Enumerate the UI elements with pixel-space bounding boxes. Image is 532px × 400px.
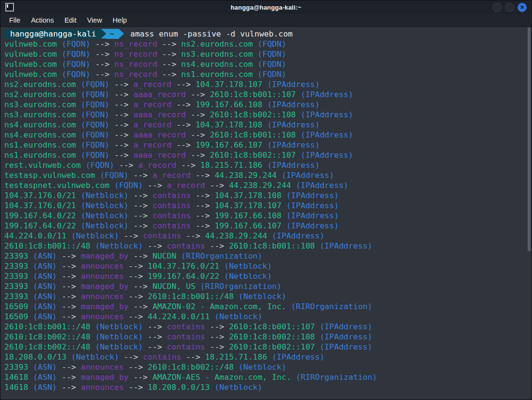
node-target-type: (RIROrganization) — [286, 302, 372, 311]
output-line: 199.167.64.0/22 (Netblock) --> contains … — [4, 211, 532, 221]
node-target: 44.238.29.244 — [215, 171, 277, 180]
arrow-icon: --> — [128, 282, 152, 291]
maximize-button[interactable] — [505, 3, 514, 12]
scrollbar-track[interactable] — [527, 27, 531, 400]
arrow-icon: --> — [119, 161, 138, 170]
arrow-icon: --> — [186, 110, 210, 119]
terminal-app-icon — [5, 3, 14, 12]
relation-label: announces — [81, 362, 124, 372]
output-line: vulnweb.com (FQDN) --> ns_record --> ns2… — [4, 39, 532, 49]
node-source: 2610:1c8:b001::/48 — [4, 322, 90, 331]
output-line: 2610:1c8:b002::/48 (Netblock) --> contai… — [4, 342, 532, 352]
output-line: 2610:1c8:b001::/48 (Netblock) --> contai… — [4, 322, 532, 332]
arrow-icon: --> — [157, 39, 181, 49]
relation-label: a_record — [152, 171, 190, 180]
node-target-type: (IPAddress) — [281, 191, 339, 200]
minimize-button[interactable] — [493, 3, 502, 12]
node-source-type: (Netblock) — [76, 211, 133, 220]
arrow-icon: --> — [62, 302, 81, 311]
menu-help[interactable]: Help — [107, 15, 132, 25]
arrow-icon: --> — [124, 272, 148, 281]
relation-label: a_record — [133, 120, 171, 129]
node-target: AMAZON-02 - Amazon.com, Inc. — [152, 302, 286, 311]
arrow-icon: --> — [177, 161, 201, 170]
window-controls: ✕ — [493, 3, 527, 12]
node-target-type: (IPAddress) — [281, 211, 339, 220]
node-source: 2610:1c8:b001::/48 — [4, 241, 90, 250]
relation-label: contains — [152, 211, 190, 220]
arrow-icon: --> — [205, 322, 229, 331]
arrow-icon: --> — [124, 292, 148, 301]
node-target: 2610:1c8:b002::107 — [229, 342, 315, 351]
node-target-type: (IPAddress) — [315, 332, 372, 341]
output-line: 199.167.64.0/22 (Netblock) --> contains … — [4, 221, 532, 231]
node-source-type: (FQDN) — [57, 60, 95, 69]
output-line: vulnweb.com (FQDN) --> ns_record --> ns4… — [4, 59, 532, 69]
menu-view[interactable]: View — [82, 15, 107, 25]
arrow-icon: --> — [95, 39, 114, 49]
node-target-type: (RIROrganization) — [177, 251, 263, 261]
terminal-window: hangga@hangga-kali:~ ✕ File Actions Edit… — [0, 0, 532, 400]
node-target-type: (FQDN) — [253, 60, 287, 69]
output-line: vulnweb.com (FQDN) --> ns_record --> ns3… — [4, 49, 532, 59]
output-line: 23393 (ASN) --> managed_by --> NUCDN, US… — [4, 281, 532, 291]
node-target-type: (Netblock) — [234, 292, 286, 301]
arrow-icon: --> — [128, 373, 152, 382]
node-source-type: (FQDN) — [57, 50, 95, 59]
arrow-icon: --> — [128, 302, 152, 311]
terminal-cursor-glyph — [7, 4, 8, 8]
node-source-type: (FQDN) — [110, 181, 148, 190]
node-target: 104.37.178.107 — [215, 201, 281, 210]
output-line: 14618 (ASN) --> announces --> 18.208.0.0… — [4, 382, 532, 392]
output-line: ns2.eurodns.com (FQDN) --> a_record --> … — [4, 79, 532, 89]
menu-actions[interactable]: Actions — [25, 15, 59, 25]
output-line: testasp.vulnweb.com (FQDN) --> a_record … — [4, 170, 532, 180]
node-target: 44.224.0.0/11 — [148, 312, 210, 321]
menu-file[interactable]: File — [4, 15, 25, 25]
node-source: 14618 — [4, 383, 28, 392]
menu-edit[interactable]: Edit — [59, 15, 82, 25]
relation-label: managed_by — [81, 302, 128, 311]
node-source-type: (ASN) — [28, 282, 62, 291]
node-target: 2610:1c8:b001::108 — [229, 241, 315, 250]
output-line: 23393 (ASN) --> announces --> 104.37.176… — [4, 261, 532, 271]
relation-label: announces — [81, 272, 124, 281]
shell-prompt: hangga@hangga-kali ~ amass enum -passive… — [4, 29, 532, 39]
node-source-type: (ASN) — [28, 272, 62, 281]
node-source-type: (FQDN) — [57, 70, 95, 79]
arrow-icon: --> — [148, 332, 167, 341]
relation-label: contains — [167, 241, 205, 250]
node-target: 2610:1c8:b001::107 — [210, 90, 296, 99]
node-target-type: (IPAddress) — [281, 201, 339, 210]
terminal-screen[interactable]: hangga@hangga-kali ~ amass enum -passive… — [0, 27, 532, 400]
relation-label: a_record — [138, 161, 176, 170]
node-target-type: (IPAddress) — [262, 140, 319, 150]
relation-label: announces — [81, 383, 124, 392]
title-bar[interactable]: hangga@hangga-kali:~ ✕ — [0, 0, 532, 14]
scrollbar-thumb[interactable] — [528, 27, 531, 251]
prompt-path: ~ — [106, 29, 119, 39]
node-source: vulnweb.com — [4, 39, 57, 49]
node-target-type: (IPAddress) — [262, 120, 319, 129]
node-source: ns3.eurodns.com — [4, 110, 76, 119]
arrow-icon: --> — [181, 352, 205, 362]
node-target: 199.167.66.107 — [215, 221, 281, 230]
node-source-type: (Netblock) — [90, 241, 148, 250]
node-source: 2610:1c8:b002::/48 — [4, 332, 90, 341]
node-source-type: (ASN) — [28, 292, 62, 301]
arrow-icon: --> — [124, 352, 143, 362]
node-target: AMAZON-AES - Amazon.com, Inc. — [152, 373, 291, 382]
node-target-type: (IPAddress) — [281, 221, 339, 230]
arrow-icon: --> — [62, 373, 81, 382]
output-line: 2610:1c8:b002::/48 (Netblock) --> contai… — [4, 332, 532, 342]
close-button[interactable]: ✕ — [518, 3, 527, 12]
node-source: 2610:1c8:b002::/48 — [4, 342, 90, 351]
arrow-icon: --> — [114, 80, 134, 89]
arrow-icon: --> — [172, 100, 196, 109]
arrow-icon: --> — [114, 130, 134, 139]
node-target: ns1.eurodns.com — [181, 70, 253, 79]
node-source: 23393 — [4, 272, 28, 281]
node-target: NUCDN, US — [152, 282, 195, 291]
node-source: 16509 — [4, 302, 28, 311]
node-source: vulnweb.com — [4, 60, 57, 69]
